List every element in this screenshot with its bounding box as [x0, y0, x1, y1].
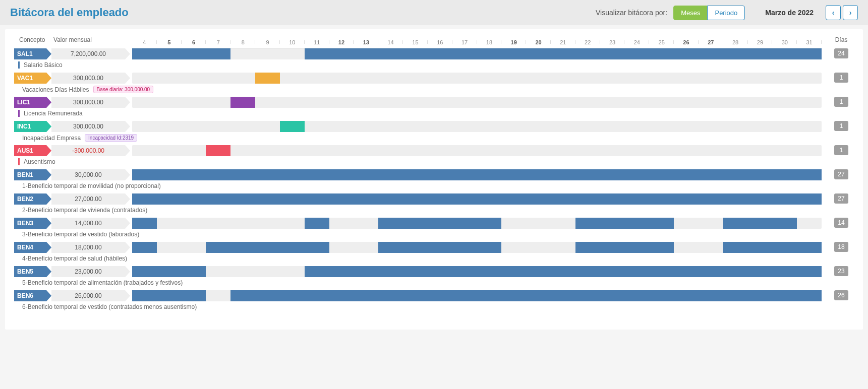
concept-value: 30,000.00	[51, 169, 125, 180]
header-bar: Bitácora del empleado Visualizar bitácor…	[0, 0, 868, 25]
days-ben6: 26	[829, 290, 854, 300]
concept-desc: Licencia Remunerada	[14, 110, 125, 117]
day-5: 5	[157, 39, 182, 45]
concept-code: AUS1	[14, 145, 46, 156]
days-vac1: 1	[829, 73, 854, 83]
concept-value: 18,000.00	[51, 242, 125, 253]
concept-code: BEN6	[14, 290, 46, 301]
days-badge: 27	[834, 193, 848, 204]
day-23: 23	[600, 39, 625, 45]
concept-value: -300,000.00	[51, 145, 125, 156]
days-ben2: 27	[829, 193, 854, 204]
gantt-segment	[230, 290, 822, 301]
concept-value: 14,000.00	[51, 218, 125, 229]
day-scale: 4567891011121314151617181920212223242526…	[132, 36, 822, 48]
prev-month-button[interactable]: ‹	[826, 5, 841, 20]
viz-label: Visualizar bitácora por:	[596, 9, 667, 17]
gantt-segment	[132, 48, 230, 59]
day-4: 4	[132, 39, 157, 45]
concept-desc: 4-Beneficio temporal de salud (hábiles)	[14, 255, 125, 262]
days-badge: 18	[834, 242, 848, 252]
concept-code: BEN4	[14, 242, 46, 253]
concept-ben4: BEN418,000.004-Beneficio temporal de sal…	[14, 242, 125, 262]
gantt-segment	[305, 218, 329, 229]
concept-desc-text: 1-Beneficio temporal de movilidad (no pr…	[22, 182, 161, 189]
day-31: 31	[797, 39, 822, 45]
gantt-vac1	[132, 73, 822, 84]
concept-desc-text: 5-Beneficio temporal de alimentación (tr…	[22, 279, 183, 286]
days-badge: 26	[834, 290, 848, 300]
day-16: 16	[428, 39, 452, 45]
day-25: 25	[649, 39, 674, 45]
concept-ben6: BEN626,000.006-Beneficio temporal de ves…	[14, 290, 125, 310]
concept-value: 300,000.00	[51, 121, 125, 132]
days-badge: 1	[834, 73, 848, 83]
gantt-ben3	[132, 218, 822, 229]
concept-code: INC1	[14, 121, 46, 132]
concept-inc1: INC1300,000.00Incapacidad EmpresaIncapac…	[14, 121, 125, 142]
col-head-concepto: Concepto Valor mensual	[14, 36, 125, 45]
concept-desc: 3-Beneficio temporal de vestido (laborad…	[14, 231, 125, 238]
concept-side-bar	[18, 61, 20, 69]
day-28: 28	[723, 39, 748, 45]
concept-desc-text: Ausentismo	[24, 158, 55, 165]
next-month-button[interactable]: ›	[843, 5, 858, 20]
days-badge: 23	[834, 266, 848, 276]
day-19: 19	[501, 39, 526, 45]
concept-aus1: AUS1-300,000.00Ausentismo	[14, 145, 125, 165]
concept-desc-text: Vacaciones Días Hábiles	[22, 86, 89, 93]
concept-desc: 2-Beneficio temporal de vivienda (contra…	[14, 207, 125, 214]
col-head-valor-label: Valor mensual	[53, 36, 92, 43]
days-lic1: 1	[829, 97, 854, 107]
col-head-dias: Días	[829, 36, 854, 45]
concept-code: BEN3	[14, 218, 46, 229]
concept-desc: 5-Beneficio temporal de alimentación (tr…	[14, 279, 125, 286]
days-badge: 1	[834, 121, 848, 131]
day-6: 6	[182, 39, 206, 45]
gantt-segment	[132, 290, 206, 301]
gantt-segment	[280, 121, 305, 132]
days-badge: 1	[834, 145, 848, 155]
concept-code: LIC1	[14, 97, 46, 108]
col-head-concepto-label: Concepto	[19, 36, 45, 43]
day-21: 21	[551, 39, 575, 45]
concept-value: 27,000.00	[51, 193, 125, 205]
gantt-segment	[132, 218, 157, 229]
days-ben3: 14	[829, 218, 854, 228]
days-badge: 14	[834, 218, 848, 228]
gantt-inc1	[132, 121, 822, 132]
gantt-segment	[132, 266, 206, 277]
day-13: 13	[354, 39, 378, 45]
concept-code-text: SAL1	[17, 50, 33, 57]
toggle-periodo[interactable]: Periodo	[707, 6, 745, 20]
concept-desc-text: Salario Básico	[24, 61, 63, 69]
gantt-segment	[378, 218, 501, 229]
panel: Concepto Valor mensual 45678910111213141…	[5, 29, 863, 330]
concept-code-text: INC1	[17, 123, 31, 130]
days-ben1: 27	[829, 169, 854, 179]
gantt-table: Concepto Valor mensual 45678910111213141…	[5, 29, 863, 319]
concept-desc: Ausentismo	[14, 158, 125, 165]
day-24: 24	[624, 39, 649, 45]
days-sal1: 24	[829, 48, 854, 58]
concept-code-text: BEN6	[17, 292, 33, 299]
month-label: Marzo de 2022	[765, 9, 814, 17]
gantt-segment	[305, 266, 822, 277]
gantt-segment	[132, 193, 822, 205]
concept-sal1: SAL17,200,000.00Salario Básico	[14, 48, 125, 69]
concept-value: 300,000.00	[51, 97, 125, 108]
concept-ben3: BEN314,000.003-Beneficio temporal de ves…	[14, 218, 125, 238]
concept-ben2: BEN227,000.002-Beneficio temporal de viv…	[14, 193, 125, 214]
concept-code-text: BEN1	[17, 171, 33, 178]
concept-code-text: BEN4	[17, 244, 33, 251]
concept-desc: Incapacidad EmpresaIncapacidad Id:2319	[14, 134, 125, 142]
days-aus1: 1	[829, 145, 854, 155]
day-14: 14	[378, 39, 403, 45]
gantt-segment	[723, 242, 822, 253]
days-inc1: 1	[829, 121, 854, 131]
concept-value: 23,000.00	[51, 266, 125, 277]
toggle-meses[interactable]: Meses	[673, 6, 708, 20]
gantt-segment	[230, 97, 255, 108]
gantt-segment	[575, 242, 674, 253]
gantt-segment	[723, 218, 797, 229]
